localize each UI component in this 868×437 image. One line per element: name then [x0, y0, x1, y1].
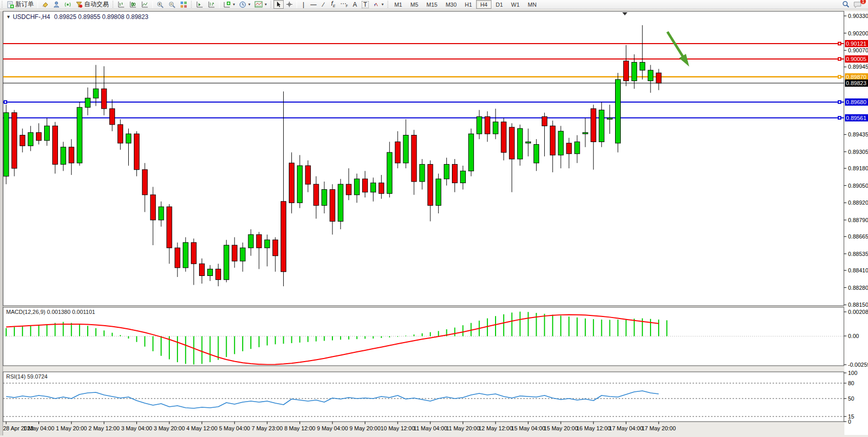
bull-candle — [85, 98, 90, 107]
crosshair-tool-button[interactable] — [284, 0, 295, 9]
line-chart-button[interactable] — [139, 0, 151, 9]
time-axis-label: 8 May 12:00 — [284, 425, 315, 431]
styler-button[interactable] — [40, 0, 51, 9]
bull-candle — [468, 134, 474, 171]
toolbar-grip[interactable] — [1, 1, 4, 8]
period-button[interactable]: ▾ — [237, 0, 252, 9]
arrows-tool-button[interactable]: ▾ — [371, 0, 386, 9]
bear-candle — [501, 122, 506, 152]
search-button[interactable] — [840, 0, 852, 9]
line-handle-dot — [839, 43, 840, 45]
vertical-line-tool-button[interactable]: | — [299, 0, 308, 9]
price-tick-label: 0.90330 — [848, 13, 868, 19]
time-axis-label: 1 May 20:00 — [56, 425, 87, 431]
add-indicator-button[interactable]: ▾ — [221, 0, 237, 9]
bear-candle — [134, 134, 139, 170]
bull-candle — [583, 132, 588, 134]
price-tick-label: 0.88535 — [848, 251, 868, 257]
bull-candle — [534, 145, 539, 163]
arrows-icon — [373, 2, 380, 8]
bull-candle — [322, 190, 327, 206]
horizontal-line-tool-button[interactable]: — — [308, 0, 319, 9]
zoom-in-button[interactable] — [154, 0, 166, 9]
template-button[interactable]: ▾ — [252, 0, 269, 9]
fibonacci-tool-button[interactable]: ⋯F — [338, 0, 350, 9]
bull-candle — [126, 134, 131, 143]
price-tick-label: 0.89945 — [848, 64, 868, 70]
price-tick-label: 0.88150 — [848, 302, 868, 308]
bear-candle — [509, 127, 515, 159]
bull-candle — [159, 207, 164, 220]
bear-candle — [452, 164, 458, 183]
autotrade-icon — [75, 1, 83, 8]
bar-chart-button[interactable] — [115, 0, 127, 9]
bear-candle — [12, 113, 17, 169]
trendline-tool-button[interactable]: ∕ — [319, 0, 328, 9]
timeframe-m30-button[interactable]: M30 — [442, 0, 461, 9]
time-axis-label: 3 May 04:00 — [121, 425, 152, 431]
tile-windows-button[interactable] — [178, 0, 189, 9]
new-order-icon — [7, 1, 14, 8]
bull-candle — [224, 245, 229, 280]
macd-axis-label: -0.002597 — [848, 362, 868, 368]
profile-button[interactable] — [51, 0, 62, 9]
rsi-axis-label: 50 — [848, 395, 854, 402]
equidistant-channel-tool-button[interactable]: fE — [328, 0, 338, 9]
timeframe-w1-button[interactable]: W1 — [507, 0, 524, 9]
profile-icon — [53, 1, 60, 8]
signals-button[interactable] — [62, 0, 73, 9]
bull-candle — [28, 132, 33, 146]
bear-candle — [411, 135, 417, 182]
bear-candle — [656, 73, 661, 83]
timeframe-h1-button[interactable]: H1 — [461, 0, 476, 9]
label-tool-button[interactable]: T — [360, 0, 370, 9]
autotrade-button[interactable]: 自动交易 — [73, 0, 111, 9]
bear-candle — [36, 132, 42, 141]
auto-scroll-button[interactable] — [194, 0, 206, 9]
timeframe-m5-button[interactable]: M5 — [406, 0, 422, 9]
bear-candle — [346, 184, 351, 195]
chart-quotes: 0.89825 0.89855 0.89808 0.89823 — [54, 13, 149, 21]
bear-candle — [232, 245, 237, 261]
bear-candle — [175, 248, 180, 268]
rsi-axis-label: 80 — [848, 380, 854, 386]
bull-candle — [77, 107, 82, 163]
price-tick-label: 0.88410 — [848, 267, 868, 273]
candle-chart-button[interactable] — [127, 0, 139, 9]
paint-bucket-icon — [42, 1, 49, 8]
bear-candle — [150, 195, 155, 220]
notifications-button[interactable]: 1 — [852, 0, 864, 9]
bull-candle — [248, 234, 253, 248]
one-click-trading-collapse-icon[interactable]: ▼ — [6, 14, 11, 19]
timeframe-m1-button[interactable]: M1 — [390, 0, 406, 9]
bull-candle — [208, 269, 213, 276]
timeframe-mn-button[interactable]: MN — [524, 0, 541, 9]
notification-badge: 1 — [860, 0, 866, 4]
bull-candle — [632, 62, 637, 81]
bar-chart-icon — [117, 1, 125, 8]
line-handle-dot — [839, 101, 840, 103]
time-axis-label: 10 May 12:00 — [381, 425, 415, 431]
time-axis-label: 11 May 20:00 — [446, 425, 480, 431]
bear-candle — [379, 183, 384, 194]
autotrade-label: 自动交易 — [84, 0, 109, 9]
bear-candle — [102, 89, 107, 109]
text-tool-button[interactable]: A — [350, 0, 360, 9]
new-order-button[interactable]: 新订单 — [5, 0, 36, 9]
zoom-out-button[interactable] — [166, 0, 178, 9]
bull-candle — [640, 62, 645, 70]
bear-candle — [167, 207, 172, 248]
chart-shift-button[interactable] — [206, 0, 218, 9]
bear-candle — [142, 170, 147, 195]
timeframe-h4-button[interactable]: H4 — [476, 0, 491, 9]
timeframe-m15-button[interactable]: M15 — [422, 0, 441, 9]
timeframe-d1-button[interactable]: D1 — [491, 0, 507, 9]
chart-canvas[interactable]: 0.903300.902000.900700.899450.894350.893… — [0, 10, 868, 437]
cursor-tool-button[interactable] — [273, 0, 284, 9]
bull-candle — [558, 131, 563, 155]
bear-candle — [289, 163, 294, 203]
bear-candle — [110, 109, 115, 125]
time-axis-label: 3 May 20:00 — [154, 425, 185, 431]
bull-candle — [403, 135, 408, 163]
time-axis-label: 4 May 12:00 — [186, 425, 218, 431]
